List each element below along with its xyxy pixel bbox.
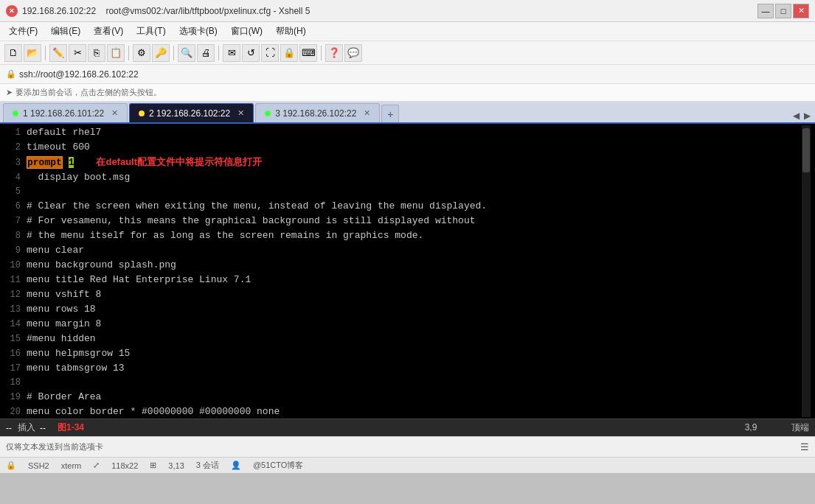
line-5: 5: [4, 185, 802, 199]
line-13: 13 menu rows 18: [4, 302, 802, 317]
prompt-highlight: prompt: [27, 156, 63, 169]
tb-help[interactable]: ❓: [325, 44, 343, 62]
tb-compose[interactable]: ✉: [223, 44, 240, 62]
line-1: 1 default rhel7: [4, 125, 802, 140]
line-19: 19 # Border Area: [4, 390, 802, 405]
terminal-area[interactable]: 1 default rhel7 2 timeout 600 3 prompt 1…: [0, 124, 815, 419]
scrollbar-thumb[interactable]: [802, 128, 810, 172]
ssh-label: SSH2: [28, 461, 49, 470]
line-12: 12 menu vshift 8: [4, 287, 802, 302]
annotation-text: 在default配置文件中将提示符信息打开: [96, 155, 262, 169]
tab-2[interactable]: 2 192.168.26.102:22 ✕: [129, 103, 254, 122]
line-8: 8 # the menu itself for as long as the s…: [4, 228, 802, 243]
tb-settings[interactable]: ⚙: [133, 44, 150, 62]
vertical-scrollbar[interactable]: [802, 125, 811, 417]
status-dashes2: --: [40, 423, 46, 433]
tb-pencil[interactable]: ✏️: [49, 44, 67, 62]
address-bar: 🔒 ssh://root@192.168.26.102:22: [0, 65, 815, 84]
info-text: 要添加当前会话，点击左侧的箭头按钮。: [15, 87, 162, 98]
size-label: 118x22: [111, 461, 138, 470]
status-insert-label: 插入: [18, 421, 35, 434]
terminal-content: 1 default rhel7 2 timeout 600 3 prompt 1…: [4, 125, 802, 417]
tab2-label: 2 192.168.26.102:22: [149, 108, 230, 119]
tb-open[interactable]: 📂: [24, 44, 41, 62]
tb-sep2: [128, 46, 129, 60]
tab-nav: ◀ ▶: [791, 109, 815, 122]
tb-new[interactable]: 🗋: [4, 44, 22, 62]
lock-icon: 🔒: [6, 69, 16, 79]
line-10: 10 menu background splash.png: [4, 258, 802, 273]
tb-paste[interactable]: 📋: [107, 44, 125, 62]
lock-icon2: 🔒: [6, 461, 16, 470]
tb-lock[interactable]: 🔒: [280, 44, 298, 62]
tb-sep1: [45, 46, 46, 60]
tab1-dot: [13, 111, 18, 116]
tb-keyboard[interactable]: ⌨: [299, 44, 317, 62]
send-text-label: 仅将文本发送到当前选项卡: [6, 441, 800, 452]
menu-window[interactable]: 窗口(W): [225, 24, 268, 39]
tab3-dot: [265, 111, 271, 116]
window-controls: — □ ✕: [757, 4, 809, 18]
maximize-button[interactable]: □: [775, 4, 791, 18]
menu-tab[interactable]: 选项卡(B): [173, 24, 223, 39]
tab-1[interactable]: 1 192.168.26.101:22 ✕: [3, 103, 128, 122]
tb-fullscreen[interactable]: ⛶: [261, 44, 279, 62]
arrow-icon: ➤: [6, 88, 13, 97]
status-position: 3,9 顶端: [745, 421, 809, 434]
tab-nav-right[interactable]: ▶: [802, 109, 812, 122]
line-14: 14 menu margin 8: [4, 317, 802, 332]
address-text: ssh://root@192.168.26.102:22: [19, 69, 139, 80]
title-ip: 192.168.26.102:22: [22, 6, 96, 16]
status-info-bar: 🔒 SSH2 xterm ⤢ 118x22 ⊞ 3,13 3 会话 👤 @51C…: [0, 457, 815, 473]
line-6: 6 # Clear the screen when exiting the me…: [4, 199, 802, 214]
line-16: 16 menu helpmsgrow 15: [4, 346, 802, 361]
tab3-close[interactable]: ✕: [364, 108, 370, 118]
menu-view[interactable]: 查看(V): [88, 24, 129, 39]
user-icon: 👤: [231, 461, 241, 470]
tb-key[interactable]: 🔑: [152, 44, 170, 62]
line-18: 18: [4, 376, 802, 390]
tb-print[interactable]: 🖨: [197, 44, 215, 62]
line-4: 4 display boot.msg: [4, 170, 802, 185]
line-2: 2 timeout 600: [4, 140, 802, 155]
tab2-close[interactable]: ✕: [237, 108, 244, 118]
sessions-label: 3 会话: [196, 460, 219, 471]
tab2-dot: [139, 111, 145, 116]
menu-file[interactable]: 文件(F): [3, 24, 44, 39]
pos-label: 3,13: [168, 461, 184, 470]
line-9: 9 menu clear: [4, 243, 802, 258]
user-label: @51CTO博客: [253, 460, 303, 471]
line-15: 15 #menu hidden: [4, 332, 802, 346]
tb-copy[interactable]: ⎘: [88, 44, 105, 62]
bottom-menu-icon[interactable]: ☰: [800, 441, 809, 452]
line-11: 11 menu title Red Hat Enterprise Linux 7…: [4, 273, 802, 287]
status-label: 图1-34: [58, 421, 87, 434]
status-dashes1: --: [6, 423, 12, 433]
bottom-bar: 仅将文本发送到当前选项卡 ☰: [0, 436, 815, 457]
line-7: 7 # For vesamenu, this means the graphic…: [4, 214, 802, 228]
minimize-button[interactable]: —: [757, 4, 774, 18]
tab-3[interactable]: 3 192.168.26.102:22 ✕: [255, 103, 380, 122]
tb-sep3: [173, 46, 174, 60]
tb-cut[interactable]: ✂: [69, 44, 86, 62]
tab3-label: 3 192.168.26.102:22: [275, 108, 356, 119]
tb-search[interactable]: 🔍: [178, 44, 195, 62]
title-path: root@vms002:/var/lib/tftpboot/pxelinux.c…: [105, 6, 310, 16]
tb-refresh[interactable]: ↺: [242, 44, 260, 62]
tab-nav-left[interactable]: ◀: [791, 109, 801, 122]
menu-tools[interactable]: 工具(T): [131, 24, 171, 39]
line-20: 20 menu color border * #00000000 #000000…: [4, 405, 802, 417]
title-text: 192.168.26.102:22 root@vms002:/var/lib/t…: [22, 6, 757, 16]
tb-chat[interactable]: 💬: [344, 44, 362, 62]
tab-add-button[interactable]: +: [381, 105, 399, 122]
pos-icon: ⊞: [150, 461, 156, 470]
tabs-bar: 1 192.168.26.101:22 ✕ 2 192.168.26.102:2…: [0, 102, 815, 124]
menu-help[interactable]: 帮助(H): [270, 24, 312, 39]
tab1-close[interactable]: ✕: [111, 108, 118, 118]
title-bar: ✕ 192.168.26.102:22 root@vms002:/var/lib…: [0, 0, 815, 22]
info-bar: ➤ 要添加当前会话，点击左侧的箭头按钮。: [0, 84, 815, 102]
app-icon: ✕: [6, 5, 18, 17]
menu-edit[interactable]: 编辑(E): [45, 24, 86, 39]
vim-status-bar: -- 插入 -- 图1-34 3,9 顶端: [0, 419, 815, 436]
close-button[interactable]: ✕: [793, 4, 809, 18]
